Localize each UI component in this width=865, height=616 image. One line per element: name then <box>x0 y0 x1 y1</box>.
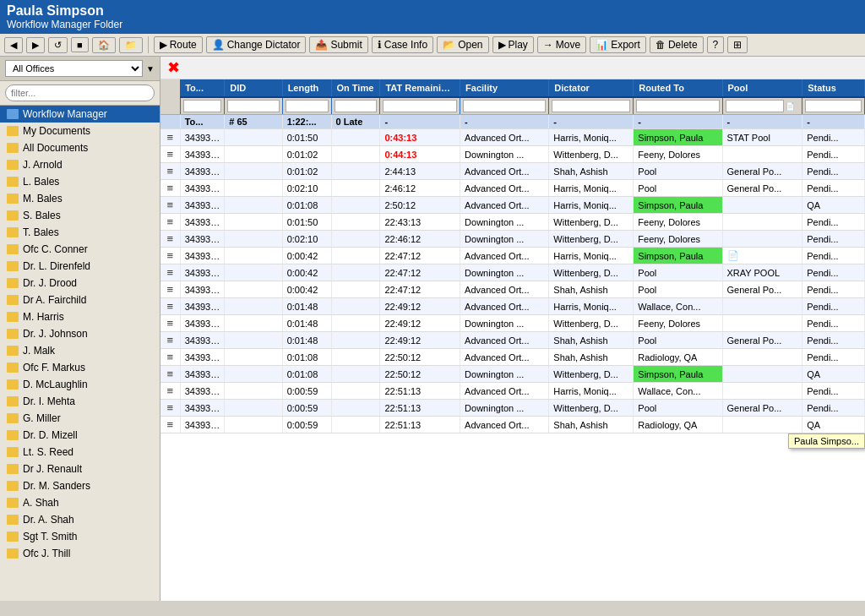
table-row[interactable]: ≡ 343939... 0:00:59 22:51:13 Advanced Or… <box>160 383 865 400</box>
help-button[interactable]: ? <box>707 36 725 53</box>
sidebar-item-6[interactable]: S. Bales <box>0 207 160 224</box>
table-row[interactable]: ≡ 343939... 0:01:02 2:44:13 Advanced Ort… <box>160 163 865 180</box>
filter-facility-input[interactable] <box>463 100 546 112</box>
folder-icon <box>7 363 19 373</box>
table-wrapper[interactable]: To... DID Length On Time TAT Remaining ▲… <box>160 79 865 601</box>
export-button[interactable]: 📊 Export <box>590 36 646 53</box>
row-menu-1[interactable]: ≡ <box>160 146 180 163</box>
table-row[interactable]: ≡ 343939... 0:01:08 22:50:12 Downington … <box>160 366 865 383</box>
sidebar-item-17[interactable]: Dr. I. Mehta <box>0 393 160 410</box>
sidebar-item-12[interactable]: M. Harris <box>0 308 160 325</box>
table-row[interactable]: ≡ 343939... 0:01:48 22:49:12 Advanced Or… <box>160 298 865 315</box>
sidebar-item-11[interactable]: Dr A. Fairchild <box>0 292 160 308</box>
delete-button[interactable]: 🗑 Delete <box>650 36 704 53</box>
route-button[interactable]: ▶ Route <box>154 36 203 53</box>
play-button[interactable]: ▶ Play <box>492 36 534 53</box>
table-row[interactable]: ≡ 343939... 0:00:59 22:51:13 Downington … <box>160 400 865 417</box>
row-did-16 <box>225 400 282 417</box>
sidebar-item-7[interactable]: T. Bales <box>0 224 160 241</box>
sidebar-item-13[interactable]: Dr. J. Johnson <box>0 325 160 342</box>
table-row[interactable]: ≡ 343938... 0:02:10 2:46:12 Advanced Ort… <box>160 180 865 197</box>
stop-button[interactable]: ■ <box>71 37 89 52</box>
filter-did-input[interactable] <box>227 100 279 112</box>
sidebar-item-19[interactable]: Dr. D. Mizell <box>0 427 160 444</box>
sidebar-item-24[interactable]: Dr. A. Shah <box>0 511 160 528</box>
table-row[interactable]: ≡ 343939... 0:00:42 22:47:12 Advanced Or… <box>160 281 865 298</box>
change-dictator-button[interactable]: 👤 Change Dictator <box>206 36 307 53</box>
grid-button[interactable]: ⊞ <box>727 36 748 53</box>
sidebar-item-25[interactable]: Sgt T. Smith <box>0 528 160 545</box>
back-button[interactable]: ◀ <box>4 37 23 53</box>
row-menu-10[interactable]: ≡ <box>160 298 180 315</box>
sidebar-item-21[interactable]: Dr J. Renault <box>0 461 160 477</box>
sidebar-item-3[interactable]: J. Arnold <box>0 156 160 173</box>
filter-routed-input[interactable] <box>636 100 719 112</box>
row-menu-17[interactable]: ≡ <box>160 417 180 433</box>
row-menu-5[interactable]: ≡ <box>160 214 180 231</box>
filter-tat-input[interactable] <box>383 100 457 112</box>
sidebar-item-2[interactable]: All Documents <box>0 139 160 156</box>
row-menu-14[interactable]: ≡ <box>160 366 180 383</box>
filter-to-input[interactable] <box>183 100 222 112</box>
table-row[interactable]: ≡ 343939... 0:01:08 2:50:12 Advanced Ort… <box>160 197 865 214</box>
table-row[interactable]: ≡ 343939... 0:01:08 22:50:12 Advanced Or… <box>160 349 865 366</box>
folder-button[interactable]: 📁 <box>119 37 143 53</box>
filter-input[interactable] <box>5 84 155 101</box>
sidebar-item-4[interactable]: L. Bales <box>0 173 160 190</box>
sidebar-item-16[interactable]: D. McLaughlin <box>0 376 160 393</box>
table-row[interactable]: ≡ 343939... 0:01:48 22:49:12 Advanced Or… <box>160 332 865 349</box>
sidebar-item-5[interactable]: M. Bales <box>0 190 160 207</box>
sidebar-item-23[interactable]: A. Shah <box>0 494 160 511</box>
table-row[interactable]: ≡ 343939... 0:01:50 0:43:13 Advanced Ort… <box>160 129 865 146</box>
sidebar-item-18[interactable]: G. Miller <box>0 410 160 427</box>
row-menu-16[interactable]: ≡ <box>160 400 180 417</box>
filter-pool-input[interactable] <box>726 100 785 112</box>
refresh-button[interactable]: ↺ <box>48 37 68 53</box>
sidebar-item-15[interactable]: Ofc F. Markus <box>0 359 160 376</box>
sidebar-item-1[interactable]: My Documents <box>0 123 160 139</box>
row-menu-7[interactable]: ≡ <box>160 248 180 264</box>
sidebar-item-10[interactable]: Dr. J. Drood <box>0 275 160 292</box>
row-menu-12[interactable]: ≡ <box>160 332 180 349</box>
table-row[interactable]: ≡ 343939... 0:02:10 22:46:12 Downington … <box>160 231 865 248</box>
sidebar-item-20[interactable]: Lt. S. Reed <box>0 444 160 461</box>
filter-length <box>282 97 331 115</box>
row-menu-8[interactable]: ≡ <box>160 264 180 281</box>
filter-status-input[interactable] <box>805 100 862 112</box>
home-button[interactable]: 🏠 <box>92 37 116 53</box>
row-menu-2[interactable]: ≡ <box>160 163 180 180</box>
table-row[interactable]: ≡ 343939... 0:01:02 0:44:13 Downington .… <box>160 146 865 163</box>
row-menu-6[interactable]: ≡ <box>160 231 180 248</box>
sidebar-item-26[interactable]: Ofc J. Thill <box>0 545 160 562</box>
row-menu-13[interactable]: ≡ <box>160 349 180 366</box>
sidebar-item-0[interactable]: Workflow Manager <box>0 106 160 123</box>
table-row[interactable]: ≡ 343939... 0:00:42 22:47:12 Advanced Or… <box>160 248 865 264</box>
table-row[interactable]: ≡ 343939... 0:00:59 22:51:13 Advanced Or… <box>160 417 865 433</box>
filter-ontime-input[interactable] <box>335 100 378 112</box>
table-row[interactable]: ≡ 343939... 0:01:48 22:49:12 Downington … <box>160 315 865 332</box>
sidebar-item-8[interactable]: Ofc C. Conner <box>0 241 160 258</box>
row-menu-15[interactable]: ≡ <box>160 383 180 400</box>
sidebar-item-9[interactable]: Dr. L. Direnfeld <box>0 258 160 275</box>
row-menu-4[interactable]: ≡ <box>160 197 180 214</box>
sidebar-item-22[interactable]: Dr. M. Sanders <box>0 477 160 494</box>
table-row[interactable]: ≡ 343938... 0:01:50 22:43:13 Downington … <box>160 214 865 231</box>
row-menu-3[interactable]: ≡ <box>160 180 180 197</box>
table-row[interactable]: ≡ 343939... 0:00:42 22:47:12 Downington … <box>160 264 865 281</box>
open-button[interactable]: 📂 Open <box>437 36 488 53</box>
sidebar-item-label: Dr. M. Sanders <box>23 480 90 492</box>
row-menu-11[interactable]: ≡ <box>160 315 180 332</box>
row-menu-0[interactable]: ≡ <box>160 129 180 146</box>
forward-button[interactable]: ▶ <box>26 37 45 53</box>
submit-button[interactable]: 📤 Submit <box>309 36 367 53</box>
case-info-button[interactable]: ℹ Case Info <box>372 36 433 53</box>
move-button[interactable]: → Move <box>537 36 586 53</box>
office-select[interactable]: All Offices <box>5 60 143 77</box>
row-routed-3: Pool <box>634 180 722 197</box>
row-ontime-10 <box>331 298 380 315</box>
filter-length-input[interactable] <box>286 100 329 112</box>
row-menu-9[interactable]: ≡ <box>160 281 180 298</box>
filter-dictator-input[interactable] <box>552 100 630 112</box>
sidebar-item-14[interactable]: J. Malk <box>0 342 160 359</box>
row-length-17: 0:00:59 <box>282 417 331 433</box>
